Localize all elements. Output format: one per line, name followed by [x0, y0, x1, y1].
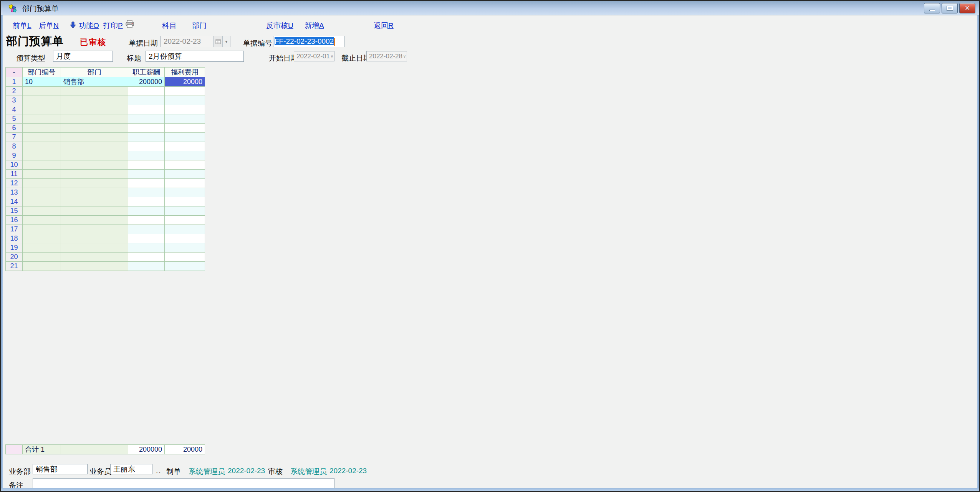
- grid-cell[interactable]: [61, 243, 128, 253]
- grid-corner-header[interactable]: -: [6, 68, 23, 77]
- grid-cell[interactable]: [165, 114, 205, 124]
- grid-cell[interactable]: [165, 179, 205, 188]
- end-date-dropdown-icon[interactable]: ∨: [402, 51, 407, 61]
- grid-row-number[interactable]: 21: [6, 262, 23, 271]
- grid-cell[interactable]: [23, 262, 61, 271]
- toolbar-item-4[interactable]: 打印P: [103, 21, 123, 31]
- grid-cell[interactable]: [61, 262, 128, 271]
- grid-cell[interactable]: [61, 160, 128, 170]
- grid-row-number[interactable]: 13: [6, 188, 23, 197]
- grid-cell[interactable]: [128, 179, 165, 188]
- remark-field[interactable]: [33, 478, 334, 488]
- grid-cell[interactable]: [23, 188, 61, 197]
- grid-row-number[interactable]: 7: [6, 133, 23, 142]
- business-dept-field[interactable]: 销售部: [33, 464, 88, 474]
- grid-cell[interactable]: [23, 124, 61, 133]
- grid-cell[interactable]: [23, 160, 61, 170]
- function-dropdown-arrow-icon[interactable]: [70, 21, 76, 28]
- close-button[interactable]: ✕: [959, 3, 975, 13]
- grid-cell[interactable]: [61, 142, 128, 151]
- toolbar-item-3[interactable]: 功能O: [79, 21, 99, 31]
- start-date-dropdown-icon[interactable]: ∨: [330, 51, 334, 61]
- grid-cell[interactable]: [128, 262, 165, 271]
- grid-cell[interactable]: [23, 105, 61, 114]
- grid-cell[interactable]: [165, 87, 205, 96]
- maximize-button[interactable]: [942, 3, 958, 13]
- grid-cell[interactable]: [165, 133, 205, 142]
- grid-cell[interactable]: [23, 243, 61, 253]
- grid-cell[interactable]: [128, 197, 165, 206]
- browse-dots[interactable]: ..: [156, 467, 162, 475]
- grid-cell[interactable]: [23, 197, 61, 206]
- grid-cell[interactable]: [61, 96, 128, 105]
- grid-row-number[interactable]: 1: [6, 77, 23, 87]
- grid-row-number[interactable]: 17: [6, 225, 23, 234]
- grid-row-number[interactable]: 9: [6, 151, 23, 160]
- grid-cell[interactable]: [165, 262, 205, 271]
- grid-row-number[interactable]: 2: [6, 87, 23, 96]
- grid-cell[interactable]: [61, 197, 128, 206]
- grid-cell[interactable]: [128, 225, 165, 234]
- grid-cell[interactable]: [128, 96, 165, 105]
- grid-cell[interactable]: [128, 243, 165, 253]
- grid-cell[interactable]: [61, 206, 128, 216]
- grid-row-number[interactable]: 18: [6, 234, 23, 243]
- grid-cell[interactable]: [128, 160, 165, 170]
- toolbar-item-7[interactable]: 反审核U: [266, 21, 293, 31]
- grid-cell[interactable]: [23, 179, 61, 188]
- grid-cell[interactable]: [23, 225, 61, 234]
- grid-cell[interactable]: [23, 87, 61, 96]
- grid-cell[interactable]: 10: [23, 77, 61, 87]
- grid-row-number[interactable]: 12: [6, 179, 23, 188]
- grid-cell[interactable]: [128, 253, 165, 262]
- grid-cell[interactable]: 200000: [128, 77, 165, 87]
- grid-cell[interactable]: [165, 188, 205, 197]
- grid-row-number[interactable]: 19: [6, 243, 23, 253]
- grid-row-number[interactable]: 5: [6, 114, 23, 124]
- grid-cell[interactable]: [165, 105, 205, 114]
- grid-cell[interactable]: [128, 105, 165, 114]
- grid-cell[interactable]: [61, 188, 128, 197]
- grid-cell[interactable]: [128, 114, 165, 124]
- grid-cell[interactable]: [23, 253, 61, 262]
- grid-cell[interactable]: [61, 170, 128, 179]
- calendar-icon[interactable]: [213, 36, 222, 47]
- grid-cell[interactable]: [165, 225, 205, 234]
- grid-cell[interactable]: [165, 170, 205, 179]
- grid-row-number[interactable]: 8: [6, 142, 23, 151]
- start-date-combo[interactable]: 2022-02-01 ∨: [294, 51, 334, 61]
- grid-cell[interactable]: 销售部: [61, 77, 128, 87]
- grid-cell[interactable]: [23, 114, 61, 124]
- toolbar-item-6[interactable]: 部门: [192, 21, 207, 31]
- grid-cell[interactable]: [128, 87, 165, 96]
- grid-cell[interactable]: [128, 133, 165, 142]
- grid-cell[interactable]: [23, 96, 61, 105]
- grid-cell[interactable]: [61, 151, 128, 160]
- printer-icon[interactable]: [125, 20, 134, 28]
- grid-cell[interactable]: [61, 133, 128, 142]
- doc-date-field[interactable]: 2022-02-23 ▼: [160, 36, 230, 47]
- grid-cell[interactable]: 20000: [165, 77, 205, 87]
- grid-cell[interactable]: [165, 96, 205, 105]
- grid-cell[interactable]: [128, 151, 165, 160]
- grid-row-number[interactable]: 3: [6, 96, 23, 105]
- grid-cell[interactable]: [61, 114, 128, 124]
- budget-type-field[interactable]: 月度: [53, 51, 113, 62]
- doc-no-field[interactable]: FF-22-02-23-0002: [273, 36, 344, 47]
- grid-cell[interactable]: [128, 206, 165, 216]
- grid-row-number[interactable]: 6: [6, 124, 23, 133]
- grid-cell[interactable]: [128, 216, 165, 225]
- grid-cell[interactable]: [165, 151, 205, 160]
- grid-cell[interactable]: [23, 170, 61, 179]
- grid-cell[interactable]: [23, 133, 61, 142]
- grid-cell[interactable]: [23, 142, 61, 151]
- grid-cell[interactable]: [165, 216, 205, 225]
- grid-cell[interactable]: [23, 234, 61, 243]
- grid-cell[interactable]: [61, 216, 128, 225]
- grid-row-number[interactable]: 20: [6, 253, 23, 262]
- toolbar-item-2[interactable]: 后单N: [39, 21, 59, 31]
- grid-column-header[interactable]: 福利费用: [165, 68, 205, 77]
- toolbar-item-9[interactable]: 返回R: [374, 21, 394, 31]
- grid-cell[interactable]: [61, 105, 128, 114]
- toolbar-item-8[interactable]: 新增A: [305, 21, 324, 31]
